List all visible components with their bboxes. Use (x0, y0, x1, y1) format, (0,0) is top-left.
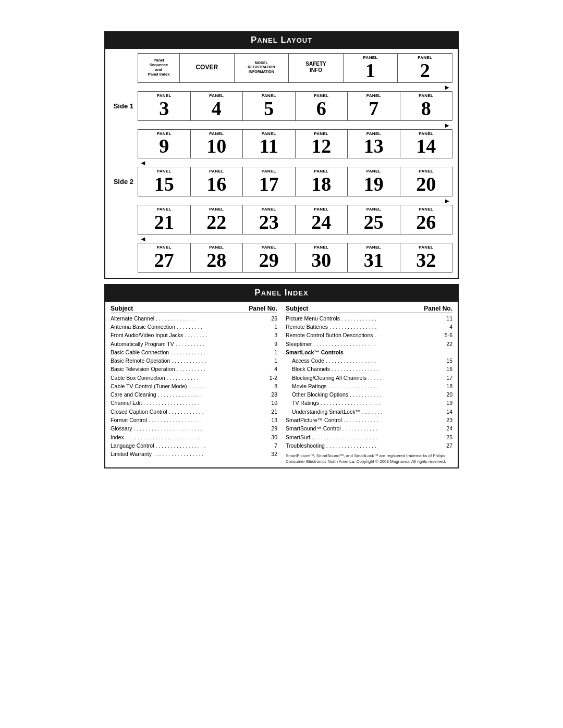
panel-cell-21: PANEL 21 (138, 205, 191, 234)
index-entry: SmartPicture™ Control . . . . . . . . . … (286, 416, 452, 424)
panel-cell-13: PANEL 13 (348, 130, 400, 158)
index-entry: Cable TV Control (Tuner Mode) . . . . . … (111, 382, 277, 390)
index-entry: Cable Box Connection . . . . . . . . . .… (111, 374, 277, 382)
cover-label: COVER (194, 61, 219, 73)
row-21-26: Side 2 PANEL 21 PANEL 22 PANEL 23 PANEL … (111, 205, 452, 235)
panels-row-3: PANEL 15 PANEL 16 PANEL 17 PANEL 18 PANE… (138, 167, 452, 196)
panel-cell-23: PANEL 23 (243, 205, 296, 234)
panel-cell-22: PANEL 22 (191, 205, 243, 234)
arrow-after-row0: ► (111, 84, 452, 91)
panel-num-1: 1 (365, 60, 375, 80)
index-entry: Basic Remote Operation . . . . . . . . .… (111, 356, 277, 365)
panel-layout-header: PANEL LAYOUT (104, 31, 459, 49)
index-col1-subject-header: Subject (111, 305, 133, 312)
arrow-after-row1: ► (111, 122, 452, 129)
panel-cell-19: PANEL 19 (348, 167, 400, 196)
index-entry: Antenna Basic Connection . . . . . . . .… (111, 323, 277, 331)
panels-row-2: PANEL 9 PANEL 10 PANEL 11 PANEL 12 PANEL (138, 129, 452, 159)
panel-cell-model-reg: MODELREGISTRATIONINFORMATION (235, 54, 289, 82)
panel-cell-15: PANEL 15 (138, 167, 191, 196)
index-entry: Care and Cleaning . . . . . . . . . . . … (111, 390, 277, 399)
index-entry: Format Control . . . . . . . . . . . . .… (111, 416, 277, 424)
panel-seq-text: PanelSequenceandPanel Index (147, 56, 171, 79)
panel-layout-title: PANEL LAYOUT (251, 35, 312, 45)
index-col2-panelno-header: Panel No. (424, 305, 452, 312)
panel-cell-26: PANEL 26 (400, 205, 452, 234)
index-entry: Remote Batteries . . . . . . . . . . . .… (286, 323, 452, 331)
index-columns: Subject Panel No. Alternate Channel . . … (111, 305, 452, 465)
index-entry: Automatically Program TV . . . . . . . .… (111, 340, 277, 348)
panel-cell-2: PANEL 2 (398, 54, 452, 82)
panel-cell-6: PANEL 6 (296, 92, 348, 120)
index-entry: TV Ratings . . . . . . . . . . . . . . .… (286, 399, 452, 407)
index-col1-panelno-header: Panel No. (249, 305, 277, 312)
index-entry: Front Audio/Video Input Jacks . . . . . … (111, 331, 277, 339)
panel-index-title: PANEL INDEX (254, 288, 308, 298)
panel-cell-24: PANEL 24 (296, 205, 348, 234)
panel-cell-32: PANEL 32 (400, 243, 452, 272)
index-entry: Language Control . . . . . . . . . . . .… (111, 441, 277, 450)
panel-cell-16: PANEL 16 (191, 167, 243, 196)
index-entry: SmartSurf . . . . . . . . . . . . . . . … (286, 433, 452, 441)
panel-cell-18: PANEL 18 (296, 167, 348, 196)
panel-cell-27: PANEL 27 (138, 243, 191, 272)
index-entry: Block Channels . . . . . . . . . . . . .… (286, 365, 452, 373)
index-entry: Understanding SmartLock™ . . . . . . . 1… (286, 408, 452, 416)
index-col2-subject-header: Subject (286, 305, 308, 312)
panel-cell-10: PANEL 10 (191, 130, 243, 158)
model-reg-text: MODELREGISTRATIONINFORMATION (247, 59, 276, 76)
index-col-2: Subject Panel No. Picture Menu Controls … (286, 305, 452, 465)
panel-cell-25: PANEL 25 (348, 205, 400, 234)
side-label-2: Side 2 (111, 178, 138, 186)
index-entry: Access Code . . . . . . . . . . . . . . … (286, 356, 452, 365)
panel-cell-14: PANEL 14 (400, 130, 452, 158)
index-entry: Alternate Channel . . . . . . . . . . . … (111, 314, 277, 323)
index-entry: Picture Menu Controls . . . . . . . . . … (286, 314, 452, 323)
index-entry: Limited Warranty . . . . . . . . . . . .… (111, 450, 277, 458)
index-entry: Blocking/Clearing All Channels . . . . .… (286, 374, 452, 382)
panel-cell-17: PANEL 17 (243, 167, 296, 196)
index-entry: Remote Control Button Descriptions . 5-6 (286, 331, 452, 339)
panel-cell-1: PANEL 1 (344, 54, 398, 82)
index-entry: Basic Television Operation . . . . . . .… (111, 365, 277, 373)
panels-row-1: PANEL 3 PANEL 4 PANEL 5 PANEL 6 PANEL (138, 91, 452, 121)
panel-cell-29: PANEL 29 (243, 243, 296, 272)
index-entry: Glossary . . . . . . . . . . . . . . . .… (111, 424, 277, 433)
page-container: PANEL LAYOUT Side 1 PanelSequenceandPane… (104, 31, 459, 468)
index-col-1: Subject Panel No. Alternate Channel . . … (111, 305, 277, 465)
arrow-after-row3: ► (111, 198, 452, 204)
index-entry: Movie Ratings . . . . . . . . . . . . . … (286, 382, 452, 390)
panel-cell-seq: PanelSequenceandPanel Index (138, 54, 180, 82)
panel-cell-12: PANEL 12 (296, 130, 348, 158)
side1-row: Side 1 PANEL 3 PANEL 4 PANEL 5 PANEL 6 (111, 91, 452, 121)
panel-cell-9: PANEL 9 (138, 130, 191, 158)
panel-cell-8: PANEL 8 (400, 92, 452, 120)
panel-cell-7: PANEL 7 (348, 92, 400, 120)
index-col1-header: Subject Panel No. (111, 305, 277, 313)
panel-cell-30: PANEL 30 (296, 243, 348, 272)
index-col2-header: Subject Panel No. (286, 305, 452, 313)
copyright-text: SmartPicture™, SmartSound™, and SmartLoc… (286, 453, 452, 464)
panels-row-0: PanelSequenceandPanel Index COVER MODELR… (138, 53, 452, 83)
panel-index-container: Subject Panel No. Alternate Channel . . … (104, 302, 459, 469)
panel-num-2: 2 (420, 60, 430, 80)
index-entry: SmartLock™ Controls (286, 348, 452, 356)
panel-cell-5: PANEL 5 (243, 92, 296, 120)
safety-text: SAFETY INFO (304, 59, 327, 76)
index-entry: Channel Edit . . . . . . . . . . . . . .… (111, 399, 277, 407)
index-entry: Other Blocking Options . . . . . . . . .… (286, 390, 452, 399)
arrow-left-2: ◄ (111, 236, 452, 242)
panel-cell-3: PANEL 3 (138, 92, 191, 120)
panel-cell-31: PANEL 31 (348, 243, 400, 272)
panel-layout-container: Side 1 PanelSequenceandPanel Index COVER… (104, 49, 459, 279)
panel-cell-safety: SAFETY INFO (289, 54, 344, 82)
index-entry: Index . . . . . . . . . . . . . . . . . … (111, 433, 277, 441)
panel-cell-20: PANEL 20 (400, 167, 452, 196)
panel-cell-11: PANEL 11 (243, 130, 296, 158)
row-9-14: Side 1 PANEL 9 PANEL 10 PANEL 11 PANEL 1… (111, 129, 452, 159)
index-entry: SmartSound™ Control . . . . . . . . . . … (286, 424, 452, 433)
side-label-left: Side 1 (111, 102, 138, 110)
index-entry: Closed Caption Control . . . . . . . . .… (111, 408, 277, 416)
panel-cell-4: PANEL 4 (191, 92, 243, 120)
panel-cell-cover: COVER (180, 54, 235, 82)
